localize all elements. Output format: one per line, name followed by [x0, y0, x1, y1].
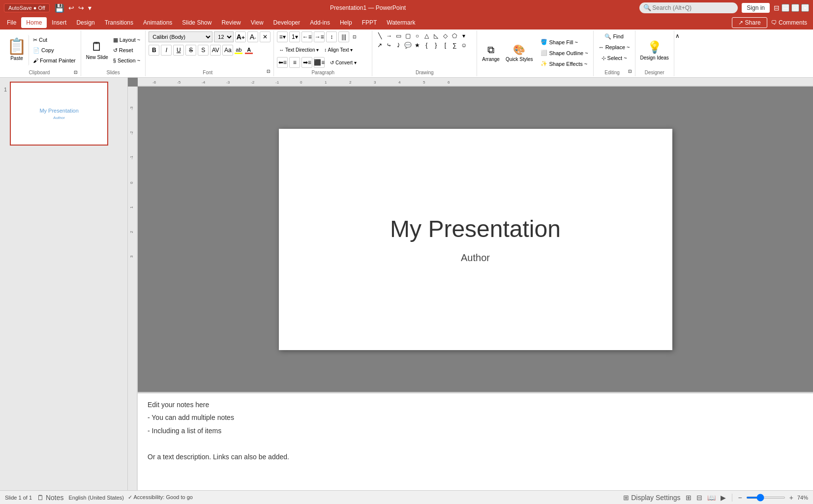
numbering-button[interactable]: 1▾: [289, 31, 300, 42]
menu-slideshow[interactable]: Slide Show: [177, 17, 216, 28]
shape-elbow[interactable]: ⤸: [394, 41, 403, 50]
notes-content[interactable]: Edit your notes here - You can add multi…: [148, 399, 803, 462]
shape-fill-button[interactable]: 🪣 Shape Fill ~: [539, 37, 590, 47]
close-button[interactable]: ✕: [801, 4, 809, 12]
new-slide-button[interactable]: 🗒 New Slide: [84, 35, 110, 64]
display-settings-button[interactable]: ⊞ Display Settings: [622, 493, 681, 503]
shape-equation[interactable]: ∑: [450, 41, 459, 50]
shape-oval[interactable]: ○: [413, 31, 422, 40]
align-text-button[interactable]: ↕ Align Text ▾: [322, 45, 355, 55]
notes-area[interactable]: Edit your notes here - You can add multi…: [138, 392, 813, 490]
shape-rounded-rect[interactable]: ▢: [403, 31, 412, 40]
shape-arrow[interactable]: →: [385, 31, 393, 40]
notes-panel-button[interactable]: 🗒 Notes: [36, 493, 64, 503]
align-right-button[interactable]: ➡≡: [301, 57, 312, 68]
menu-review[interactable]: Review: [216, 17, 245, 28]
increase-font-size-button[interactable]: A+: [235, 31, 246, 42]
font-color-button[interactable]: A: [245, 47, 253, 54]
maximize-button[interactable]: □: [791, 4, 799, 12]
cut-button[interactable]: ✂ Cut: [31, 35, 78, 45]
menu-view[interactable]: View: [246, 17, 269, 28]
shape-isosceles-triangle[interactable]: △: [422, 31, 431, 40]
save-button[interactable]: 💾: [54, 3, 65, 13]
char-spacing-button[interactable]: AV: [210, 45, 221, 56]
menu-design[interactable]: Design: [71, 17, 99, 28]
find-button[interactable]: 🔍 Find: [602, 31, 625, 41]
quick-styles-button[interactable]: 🎨 Quick Styles: [504, 39, 535, 67]
font-family-select[interactable]: Calibri (Body): [149, 31, 212, 42]
ribbon-display-button[interactable]: ⊟: [774, 4, 780, 12]
decrease-indent-button[interactable]: ←≡: [301, 31, 312, 42]
shape-callout[interactable]: 💬: [403, 41, 412, 50]
decrease-font-size-button[interactable]: A-: [247, 31, 258, 42]
bullets-button[interactable]: ≡▾: [277, 31, 288, 42]
search-input[interactable]: [639, 2, 738, 13]
menu-fppt[interactable]: FPPT: [357, 17, 382, 28]
clipboard-expand[interactable]: ⊡: [74, 70, 78, 75]
strikethrough-button[interactable]: S: [185, 45, 196, 56]
slideshow-button[interactable]: ▶: [720, 493, 727, 503]
shape-effects-button[interactable]: ✨ Shape Effects ~: [539, 59, 590, 69]
shape-diamond[interactable]: ◇: [441, 31, 450, 40]
zoom-in-button[interactable]: +: [788, 493, 794, 503]
align-left-button[interactable]: ⬅≡: [277, 57, 288, 68]
shape-rect[interactable]: ▭: [394, 31, 403, 40]
shape-brace-left[interactable]: {: [422, 41, 431, 50]
font-size-select[interactable]: 12: [214, 31, 234, 42]
replace-button[interactable]: ↔ Replace ~: [597, 42, 632, 52]
shape-more[interactable]: ▾: [459, 31, 468, 40]
slide-sorter-button[interactable]: ⊟: [695, 493, 703, 503]
increase-indent-button[interactable]: →≡: [314, 31, 325, 42]
line-spacing-button[interactable]: ↕: [326, 31, 337, 42]
align-center-button[interactable]: ≡: [289, 57, 300, 68]
comments-button[interactable]: 🗨 Comments: [767, 18, 811, 28]
text-direction-button[interactable]: ↔ Text Direction ▾: [277, 45, 321, 55]
clear-format-button[interactable]: ✕: [260, 31, 271, 42]
menu-transitions[interactable]: Transitions: [100, 17, 138, 28]
reading-view-button[interactable]: 📖: [706, 493, 717, 503]
justify-button[interactable]: ⬛≡: [314, 57, 325, 68]
zoom-out-button[interactable]: −: [737, 493, 743, 503]
convert-smartart-button[interactable]: ↺ Convert ▾: [328, 58, 359, 67]
underline-button[interactable]: U: [173, 45, 184, 56]
arrange-button[interactable]: ⧉ Arrange: [480, 39, 502, 67]
paragraph-expand[interactable]: ⊡: [353, 34, 357, 39]
bold-button[interactable]: B: [149, 45, 159, 56]
format-painter-button[interactable]: 🖌 Format Painter: [31, 56, 78, 65]
menu-home[interactable]: Home: [21, 17, 47, 28]
slide-thumbnail[interactable]: My Presentation Author: [10, 82, 108, 146]
shape-connector[interactable]: ⤷: [385, 41, 393, 50]
slide-area[interactable]: My Presentation Author: [138, 87, 813, 392]
undo-button[interactable]: ↩: [67, 3, 75, 13]
normal-view-button[interactable]: ⊞: [685, 493, 693, 503]
shape-pentagon[interactable]: ⬠: [450, 31, 459, 40]
share-button[interactable]: ↗ Share: [732, 17, 767, 28]
paste-button[interactable]: 📋 Paste: [5, 35, 29, 65]
select-button[interactable]: ⊹ Select ~: [600, 53, 629, 63]
italic-button[interactable]: I: [161, 45, 172, 56]
minimize-button[interactable]: —: [782, 4, 789, 12]
menu-animations[interactable]: Animations: [138, 17, 177, 28]
shape-curved-arrow[interactable]: ↗: [375, 41, 384, 50]
columns-button[interactable]: |||: [338, 31, 349, 42]
highlight-color-button[interactable]: ab: [235, 47, 242, 54]
menu-watermark[interactable]: Watermark: [382, 17, 420, 28]
design-ideas-button[interactable]: 💡 Design Ideas: [638, 36, 671, 64]
menu-addins[interactable]: Add-ins: [305, 17, 335, 28]
shape-brace-right[interactable]: }: [431, 41, 440, 50]
menu-insert[interactable]: Insert: [47, 17, 71, 28]
editing-expand[interactable]: ⊡: [628, 69, 632, 75]
customize-qat-button[interactable]: ▾: [87, 3, 92, 13]
signin-button[interactable]: Sign in: [742, 3, 770, 13]
font-expand[interactable]: ⊡: [267, 69, 271, 75]
shape-star[interactable]: ★: [413, 41, 422, 50]
redo-button[interactable]: ↪: [77, 3, 85, 13]
reset-button[interactable]: ↺ Reset: [111, 45, 143, 55]
shape-line[interactable]: ╲: [375, 31, 384, 40]
ribbon-collapse-button[interactable]: ∧: [675, 32, 680, 39]
menu-help[interactable]: Help: [335, 17, 357, 28]
shape-right-triangle[interactable]: ◺: [431, 31, 440, 40]
copy-button[interactable]: 📄 Copy: [31, 45, 78, 55]
menu-file[interactable]: File: [2, 17, 21, 28]
shape-bracket[interactable]: [: [441, 41, 450, 50]
